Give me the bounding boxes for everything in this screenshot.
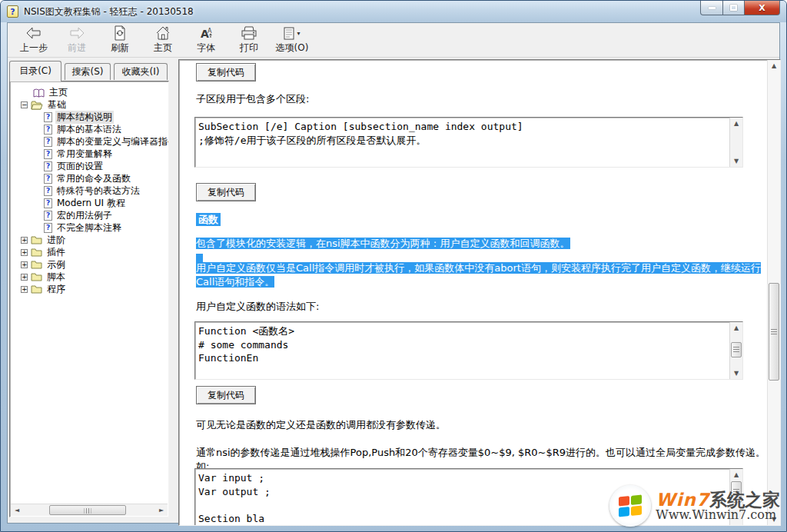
refresh-icon <box>111 25 128 41</box>
copy-code-button[interactable]: 复制代码 <box>196 386 256 404</box>
scrollbar-thumb[interactable] <box>769 283 779 381</box>
selection-highlight: 包含了模块化的安装逻辑，在nsi脚本中函数分为两种：用户自定义函数和回调函数。 <box>196 238 570 249</box>
scroll-down-icon[interactable]: ▼ <box>730 367 742 379</box>
expand-icon[interactable]: + <box>21 249 28 256</box>
tree-item-label: 宏的用法例子 <box>55 209 114 222</box>
tree-item-home[interactable]: 主页 <box>10 86 169 98</box>
scrollbar-thumb[interactable] <box>49 505 126 515</box>
scrollbar-thumb[interactable] <box>731 342 742 357</box>
print-button[interactable]: 打印 <box>227 24 271 56</box>
back-button[interactable]: 上一步 <box>12 24 55 56</box>
scroll-down-icon[interactable]: ▼ <box>730 155 742 167</box>
tree-item-child[interactable]: ? 不完全脚本注释 <box>10 221 169 234</box>
minimize-icon <box>709 7 716 9</box>
back-icon <box>25 25 42 41</box>
scroll-up-icon[interactable]: ▲ <box>730 322 742 334</box>
tree-horizontal-scrollbar[interactable]: ◄ ► <box>11 504 168 516</box>
code-scrollbar[interactable]: ▲ ▼ <box>729 322 742 379</box>
refresh-button[interactable]: 刷新 <box>98 24 141 56</box>
client-area: 上一步 前进 刷新 <box>7 22 780 524</box>
window-controls: X <box>700 1 780 15</box>
tree-item-child[interactable]: ? Modern UI 教程 <box>10 197 169 209</box>
copy-code-button[interactable]: 复制代码 <box>196 63 256 81</box>
tree-item-child[interactable]: ? 脚本的变量定义与编译器指令 <box>10 135 169 148</box>
content-scrollbar[interactable]: ▲ ▼ <box>767 60 780 525</box>
question-page-icon: ? <box>44 161 52 171</box>
close-button[interactable]: X <box>745 1 780 15</box>
tree-item-child[interactable]: ? 脚本结构说明 <box>10 111 169 123</box>
tree-item-child[interactable]: ? 脚本的基本语法 <box>10 123 169 135</box>
scroll-right-icon[interactable]: ► <box>155 504 168 516</box>
closed-folder-icon <box>31 284 42 294</box>
watermark-brand: Win7系统之家 <box>656 490 780 509</box>
window: ? NSIS图文教程集锦 - 轻狂志 - 20130518 X 上一步 前进 <box>0 0 787 532</box>
content-panel: 复制代码 子区段用于包含多个区段: SubSection [/e] Captio… <box>178 59 781 526</box>
tree-item-child[interactable]: ? 特殊符号的表达方法 <box>10 185 169 197</box>
question-page-icon: ? <box>44 137 52 147</box>
tab-contents[interactable]: 目录(C) <box>9 61 61 81</box>
tree-item-label: Modern UI 教程 <box>55 197 127 210</box>
expand-icon[interactable]: + <box>21 237 28 244</box>
options-button[interactable]: ▾ 选项(O) <box>271 24 314 56</box>
expand-icon[interactable]: + <box>21 274 28 281</box>
collapse-icon[interactable]: − <box>21 101 28 108</box>
grip-icon <box>85 508 91 514</box>
tree-item-child[interactable]: ? 页面的设置 <box>10 160 169 172</box>
expand-icon[interactable]: + <box>21 261 28 268</box>
home-button[interactable]: 主页 <box>141 24 184 56</box>
watermark-brand-prefix: Win7 <box>656 490 709 510</box>
tree-item-child[interactable]: ? 宏的用法例子 <box>10 209 169 221</box>
tree-item-label: 示例 <box>45 258 67 271</box>
scroll-up-icon[interactable]: ▲ <box>768 60 780 71</box>
tab-search-label: 搜索(S) <box>72 66 104 77</box>
tree-item-label: 进阶 <box>45 234 67 247</box>
code-block-function[interactable]: Function <函数名> # some commands FunctionE… <box>194 321 743 380</box>
refresh-label: 刷新 <box>111 42 129 55</box>
options-icon: ▾ <box>284 25 301 41</box>
tree-item-child[interactable]: ? 常用变量解释 <box>10 148 169 160</box>
tree-item-child[interactable]: ? 常用的命令及函数 <box>10 172 169 185</box>
options-label: 选项(O) <box>276 42 309 55</box>
book-icon <box>33 88 45 98</box>
tree-item-label: 常用变量解释 <box>55 148 114 161</box>
tree-item-folder[interactable]: + 进阶 <box>10 234 169 246</box>
tree-item-folder[interactable]: + 插件 <box>10 246 169 258</box>
question-page-icon: ? <box>44 211 52 221</box>
question-page-icon: ? <box>44 174 52 184</box>
watermark: Win7系统之家 Www.Winwin7.com <box>609 482 780 530</box>
scroll-left-icon[interactable]: ◄ <box>11 504 23 516</box>
forward-button[interactable]: 前进 <box>55 24 98 56</box>
font-button[interactable]: A A 字体 <box>184 24 227 56</box>
question-page-icon: ? <box>44 112 52 122</box>
titlebar[interactable]: ? NSIS图文教程集锦 - 轻狂志 - 20130518 X <box>1 1 786 22</box>
code-scrollbar[interactable]: ▲ ▼ <box>729 118 742 167</box>
print-label: 打印 <box>240 42 258 55</box>
closed-folder-icon <box>31 260 42 269</box>
grip-icon <box>733 347 739 353</box>
tree-item-label: 页面的设置 <box>55 160 105 173</box>
minimize-button[interactable] <box>700 1 723 15</box>
scroll-up-icon[interactable]: ▲ <box>730 118 742 129</box>
options-caret-icon: ▾ <box>297 30 300 37</box>
question-page-icon: ? <box>44 125 52 135</box>
maximize-icon <box>730 5 737 11</box>
tab-search[interactable]: 搜索(S) <box>65 63 111 80</box>
tree-item-base[interactable]: − 基础 <box>10 98 169 111</box>
scroll-up-icon[interactable]: ▲ <box>730 469 742 480</box>
tab-contents-label: 目录(C) <box>19 65 51 76</box>
closed-folder-icon <box>31 235 42 244</box>
contents-tree: 主页 − 基础 ? 脚本结构说明 ? 脚本的基本语法 ? 脚本的变量定义与编 <box>9 81 169 517</box>
selection-highlight: 用户自定义函数仅当是Call指令调用时才被执行，如果函数体中没有abort语句，… <box>196 262 761 288</box>
question-page-icon: ? <box>44 198 52 208</box>
tree-item-folder[interactable]: + 示例 <box>10 258 169 271</box>
tree-item-folder[interactable]: + 脚本 <box>10 271 169 283</box>
maximize-button[interactable] <box>723 1 745 15</box>
tab-favorites[interactable]: 收藏夹(I) <box>114 63 168 80</box>
expand-icon[interactable]: + <box>21 286 28 293</box>
copy-code-button[interactable]: 复制代码 <box>196 183 256 201</box>
code-block-subsection[interactable]: SubSection [/e] Caption [subsection_name… <box>194 117 743 168</box>
tree-item-folder[interactable]: + 程序 <box>10 283 169 295</box>
question-page-icon: ? <box>44 186 52 196</box>
tree-item-label: 特殊符号的表达方法 <box>55 185 141 198</box>
tree-item-label: 基础 <box>46 98 68 111</box>
